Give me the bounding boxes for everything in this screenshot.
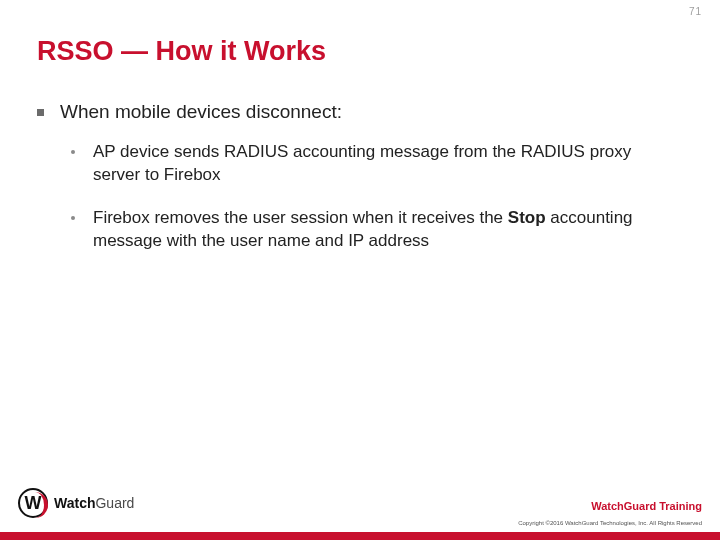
page-number: 71 (689, 6, 702, 17)
logo-brand-bold: Watch (54, 495, 95, 511)
slide: 71 RSSO — How it Works When mobile devic… (0, 0, 720, 540)
sub-bullet-list: AP device sends RADIUS accounting messag… (71, 141, 690, 253)
content-area: When mobile devices disconnect: AP devic… (37, 100, 690, 272)
copyright-text: Copyright ©2016 WatchGuard Technologies,… (518, 520, 702, 526)
watchguard-logo: W WatchGuard (18, 488, 134, 518)
bullet-level2: Firebox removes the user session when it… (71, 207, 690, 253)
bullet-l2-text: Firebox removes the user session when it… (93, 207, 653, 253)
logo-brand-rest: Guard (95, 495, 134, 511)
bullet-level1: When mobile devices disconnect: (37, 100, 690, 125)
dot-bullet-icon (71, 216, 75, 220)
training-label: WatchGuard Training (591, 500, 702, 512)
logo-text: WatchGuard (54, 495, 134, 511)
logo-mark-icon: W (18, 488, 48, 518)
bullet-l1-text: When mobile devices disconnect: (60, 100, 342, 125)
footer-red-stripe (0, 532, 720, 540)
square-bullet-icon (37, 109, 44, 116)
bullet-l2-text: AP device sends RADIUS accounting messag… (93, 141, 653, 187)
bullet-level2: AP device sends RADIUS accounting messag… (71, 141, 690, 187)
dot-bullet-icon (71, 150, 75, 154)
text-pre: Firebox removes the user session when it… (93, 208, 508, 227)
text-bold: Stop (508, 208, 546, 227)
text-pre: AP device sends RADIUS accounting messag… (93, 142, 631, 184)
slide-title: RSSO — How it Works (37, 36, 326, 67)
